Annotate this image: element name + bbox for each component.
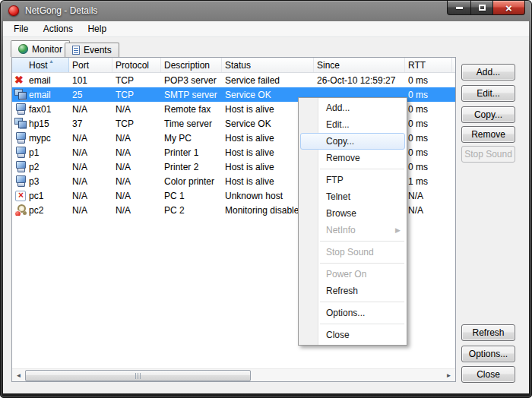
- tab-monitor[interactable]: Monitor: [11, 40, 70, 57]
- context-menu-netinfo: NetInfo▶: [299, 222, 407, 238]
- context-menu-telnet[interactable]: Telnet: [299, 188, 407, 205]
- host-status-icon: [14, 74, 27, 86]
- column-header-since[interactable]: Since: [314, 58, 405, 72]
- window-title: NetGong - Details: [25, 5, 97, 16]
- menu-separator: [320, 169, 404, 169]
- context-menu-options[interactable]: Options...: [299, 305, 407, 321]
- globe-icon: [18, 44, 28, 54]
- context-menu-copy[interactable]: Copy...: [299, 133, 407, 150]
- context-menu-refresh[interactable]: Refresh: [299, 283, 407, 299]
- context-menu-browse[interactable]: Browse: [299, 205, 407, 222]
- context-menu-edit[interactable]: Edit...: [299, 116, 407, 133]
- tab-events-label: Events: [84, 45, 112, 55]
- context-menu-stop-sound: Stop Sound: [299, 244, 407, 261]
- app-window: NetGong - Details × File Actions Help Mo…: [0, 0, 532, 398]
- tab-events[interactable]: Events: [65, 43, 119, 57]
- host-status-icon: [14, 147, 27, 158]
- maximize-icon: [479, 5, 486, 11]
- sort-ascending-icon: ▲: [49, 58, 54, 64]
- context-menu-add[interactable]: Add...: [299, 100, 407, 116]
- menu-help[interactable]: Help: [81, 21, 112, 36]
- scrollbar-grip-icon: [135, 373, 141, 379]
- context-menu-remove[interactable]: Remove: [299, 150, 407, 166]
- tab-monitor-label: Monitor: [32, 44, 62, 55]
- menu-separator: [320, 263, 404, 264]
- scroll-right-arrow[interactable]: ►: [442, 369, 455, 382]
- close-window-button[interactable]: Close: [461, 366, 515, 383]
- host-status-icon: [14, 161, 27, 172]
- menubar: File Actions Help: [3, 21, 529, 37]
- column-header-status[interactable]: Status: [222, 58, 314, 72]
- context-menu-power-on: Power On: [299, 266, 407, 283]
- column-header-protocol[interactable]: Protocol: [112, 58, 161, 72]
- host-status-icon: [14, 89, 27, 100]
- copy-button[interactable]: Copy...: [461, 106, 515, 123]
- menu-file[interactable]: File: [8, 21, 34, 36]
- close-button[interactable]: ×: [492, 1, 525, 15]
- stop-sound-button: Stop Sound: [461, 146, 515, 163]
- add-button[interactable]: Add...: [461, 64, 515, 81]
- close-icon: ×: [505, 2, 512, 14]
- column-header-description[interactable]: Description: [161, 58, 222, 72]
- host-status-icon: [14, 204, 27, 216]
- submenu-arrow-icon: ▶: [395, 222, 401, 238]
- scroll-left-arrow[interactable]: ◄: [12, 369, 25, 382]
- context-menu-close[interactable]: Close: [299, 327, 407, 343]
- menu-separator: [320, 302, 404, 302]
- options-button[interactable]: Options...: [461, 346, 515, 362]
- table-header: Host▲ Port Protocol Description Status S…: [12, 58, 455, 73]
- refresh-button[interactable]: Refresh: [461, 324, 515, 341]
- column-header-host[interactable]: Host▲: [12, 58, 69, 72]
- app-icon: [8, 5, 19, 16]
- column-header-port[interactable]: Port: [69, 58, 112, 72]
- context-menu: Add... Edit... Copy... Remove FTP Telnet…: [298, 97, 407, 346]
- host-status-icon: [14, 118, 27, 129]
- host-status-icon: [14, 103, 27, 115]
- caption-buttons: ×: [447, 1, 525, 15]
- column-header-rtt[interactable]: RTT: [405, 58, 452, 72]
- edit-button[interactable]: Edit...: [461, 85, 515, 102]
- menu-actions[interactable]: Actions: [37, 21, 79, 36]
- host-status-icon: [14, 175, 27, 187]
- horizontal-scrollbar[interactable]: ◄ ►: [12, 368, 455, 381]
- maximize-button[interactable]: [470, 1, 492, 15]
- titlebar[interactable]: NetGong - Details ×: [0, 0, 532, 21]
- minimize-icon: [456, 7, 463, 9]
- menu-separator: [320, 324, 404, 324]
- host-status-icon: [14, 190, 27, 201]
- minimize-button[interactable]: [447, 1, 470, 15]
- menu-separator: [320, 241, 404, 242]
- scrollbar-thumb[interactable]: [25, 370, 251, 381]
- context-menu-ftp[interactable]: FTP: [299, 172, 407, 188]
- table-row[interactable]: email 101 TCP POP3 server Service failed…: [12, 73, 455, 87]
- remove-button[interactable]: Remove: [461, 126, 515, 143]
- host-status-icon: [14, 132, 27, 144]
- document-icon: [72, 46, 80, 55]
- column-header-filler: [452, 58, 455, 72]
